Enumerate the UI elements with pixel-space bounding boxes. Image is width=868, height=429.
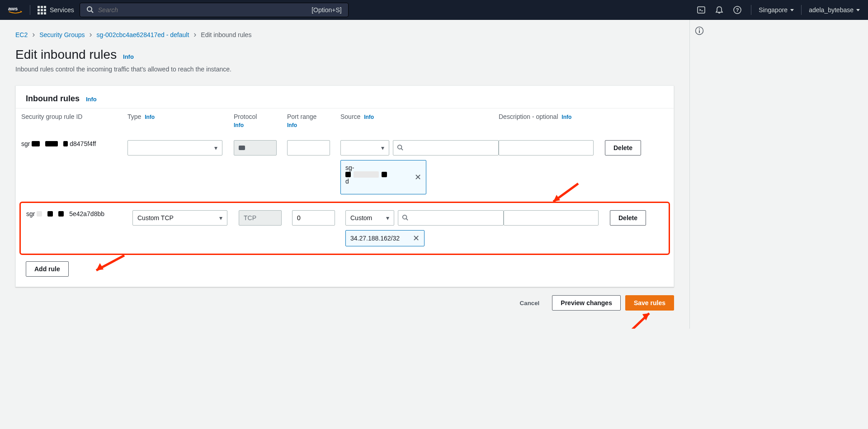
- col-type-info[interactable]: Info: [145, 114, 155, 120]
- search-input[interactable]: [98, 6, 279, 14]
- col-protocol: ProtocolInfo: [234, 113, 287, 128]
- col-desc-info[interactable]: Info: [561, 114, 571, 120]
- table-header: Security group rule ID Type Info Protoco…: [16, 108, 674, 133]
- type-select[interactable]: Custom TCP ▾: [132, 210, 227, 226]
- col-port-info[interactable]: Info: [287, 122, 340, 128]
- delete-rule-button[interactable]: Delete: [610, 210, 646, 226]
- inbound-rules-panel: Inbound rules Info Security group rule I…: [15, 85, 674, 287]
- caret-down-icon: ▾: [386, 214, 389, 222]
- breadcrumb-sg-id[interactable]: sg-002cbc4ae628417ed - default: [97, 31, 189, 38]
- caret-down-icon: [856, 9, 860, 11]
- breadcrumb: EC2 › Security Groups › sg-002cbc4ae6284…: [15, 30, 674, 39]
- notifications-icon[interactable]: [713, 4, 726, 16]
- source-type-select[interactable]: ▾: [340, 140, 389, 156]
- col-port: Port rangeInfo: [287, 113, 340, 128]
- protocol-field: [234, 140, 277, 156]
- add-rule-button[interactable]: Add rule: [26, 261, 69, 277]
- port-field: [287, 140, 330, 156]
- svg-line-9: [401, 148, 403, 150]
- services-grid-icon: [38, 6, 46, 14]
- highlighted-rule-row: sgr 5e42a7d8bb Custom TCP ▾ TCP: [19, 202, 670, 255]
- source-tag: sg- d ✕: [340, 160, 426, 194]
- aws-logo[interactable]: aws: [8, 5, 23, 15]
- source-search[interactable]: [393, 140, 499, 156]
- preview-changes-button[interactable]: Preview changes: [552, 295, 621, 311]
- caret-down-icon: ▾: [214, 144, 217, 151]
- breadcrumb-security-groups[interactable]: Security Groups: [39, 31, 85, 38]
- source-search[interactable]: [398, 210, 504, 226]
- description-input[interactable]: [499, 140, 594, 156]
- description-input[interactable]: [504, 210, 599, 226]
- table-row: sgr 5e42a7d8bb Custom TCP ▾ TCP: [21, 203, 669, 254]
- rule-id: sgr d8475f4ff: [21, 140, 127, 147]
- chevron-right-icon: ›: [32, 30, 35, 39]
- page-title: Edit inbound rules: [15, 47, 117, 62]
- col-protocol-info[interactable]: Info: [234, 122, 287, 128]
- col-desc: Description - optional Info: [499, 113, 605, 128]
- panel-title: Inbound rules: [26, 94, 80, 104]
- services-menu[interactable]: Services: [38, 6, 74, 14]
- search-shortcut-hint: [Option+S]: [311, 6, 342, 14]
- svg-line-3: [91, 11, 93, 13]
- panel-info-link[interactable]: Info: [86, 96, 97, 103]
- page-subtitle: Inbound rules control the incoming traff…: [15, 66, 674, 73]
- svg-point-8: [398, 145, 402, 149]
- rule-id: sgr 5e42a7d8bb: [26, 210, 132, 217]
- annotation-arrow: [88, 253, 129, 276]
- protocol-field: TCP: [239, 210, 282, 226]
- caret-down-icon: [790, 9, 794, 11]
- help-icon[interactable]: ?: [731, 4, 744, 16]
- page-info-link[interactable]: Info: [123, 53, 134, 60]
- svg-rect-20: [699, 30, 700, 33]
- svg-point-19: [698, 28, 699, 29]
- search-icon: [397, 144, 403, 152]
- svg-point-2: [87, 7, 92, 11]
- annotation-arrow: [624, 308, 660, 329]
- svg-point-10: [403, 215, 407, 219]
- cloudshell-icon[interactable]: [695, 4, 708, 16]
- caret-down-icon: ▾: [219, 214, 222, 222]
- global-search[interactable]: [Option+S]: [80, 3, 349, 17]
- caret-down-icon: ▾: [381, 144, 384, 151]
- source-tag: 34.27.188.162/32 ✕: [345, 230, 425, 246]
- chevron-right-icon: ›: [193, 30, 196, 39]
- remove-tag-button[interactable]: ✕: [413, 234, 420, 242]
- remove-tag-button[interactable]: ✕: [415, 173, 421, 181]
- services-label: Services: [50, 6, 74, 14]
- chevron-right-icon: ›: [90, 30, 92, 39]
- col-source: Source Info: [340, 113, 499, 128]
- source-search-input[interactable]: [412, 214, 500, 222]
- actions-bar: Cancel Preview changes Save rules: [15, 287, 674, 319]
- search-icon: [402, 214, 408, 222]
- svg-text:aws: aws: [8, 5, 18, 11]
- col-source-info[interactable]: Info: [364, 114, 374, 120]
- source-type-select[interactable]: Custom ▾: [345, 210, 394, 226]
- col-type: Type Info: [127, 113, 234, 128]
- type-select[interactable]: ▾: [127, 140, 222, 156]
- region-selector[interactable]: Singapore: [759, 6, 794, 14]
- port-input[interactable]: [292, 210, 335, 226]
- breadcrumb-ec2[interactable]: EC2: [15, 31, 28, 38]
- top-nav: aws Services [Option+S] ? Singapore: [0, 0, 868, 20]
- svg-text:?: ?: [736, 7, 739, 13]
- info-panel-icon[interactable]: [695, 26, 704, 329]
- source-search-input[interactable]: [407, 144, 495, 151]
- delete-rule-button[interactable]: Delete: [605, 140, 641, 156]
- account-menu[interactable]: adela_bytebase: [809, 6, 860, 14]
- breadcrumb-current: Edit inbound rules: [201, 31, 251, 38]
- col-rule-id: Security group rule ID: [21, 113, 127, 128]
- search-icon: [86, 6, 94, 14]
- annotation-arrow: [547, 181, 583, 208]
- svg-line-11: [406, 218, 408, 220]
- cancel-button[interactable]: Cancel: [512, 295, 548, 311]
- right-rail: [689, 20, 708, 329]
